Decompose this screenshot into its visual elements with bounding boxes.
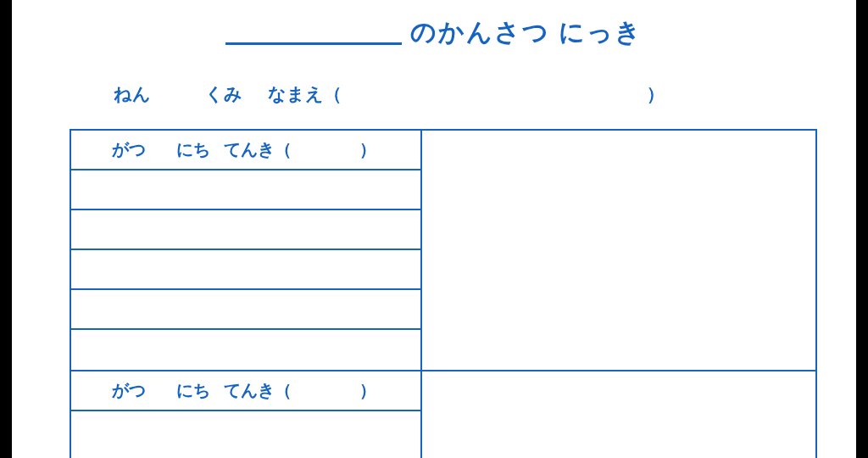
writing-line[interactable]	[71, 210, 420, 250]
writing-line[interactable]	[71, 411, 420, 458]
entry-drawing-area[interactable]	[422, 131, 815, 370]
writing-line[interactable]	[71, 290, 420, 330]
writing-line[interactable]	[71, 170, 420, 210]
title-row: のかんさつ にっき	[12, 0, 856, 50]
entry-date-row: がつ にち てんき （ ）	[71, 371, 420, 411]
entry-date-row: がつ にち てんき （ ）	[71, 131, 420, 170]
month-label: がつ	[112, 379, 146, 402]
entry-left-column: がつ にち てんき （ ）	[71, 371, 422, 458]
title-suffix: のかんさつ にっき	[410, 15, 643, 50]
weather-open-paren: （	[275, 379, 292, 402]
entry-drawing-area[interactable]	[422, 371, 815, 458]
name-open-paren: （	[324, 82, 342, 106]
title-blank-underline[interactable]	[225, 42, 402, 45]
student-info-row: ねん くみ なまえ （ ）	[12, 50, 856, 125]
entry-block: がつ にち てんき （ ）	[71, 371, 815, 458]
name-label: なまえ	[268, 82, 324, 106]
weather-open-paren: （	[275, 138, 292, 161]
class-label: くみ	[205, 82, 242, 106]
weather-label: てんき	[224, 379, 275, 402]
writing-line[interactable]	[71, 250, 420, 290]
month-label: がつ	[112, 138, 146, 161]
entry-block: がつ にち てんき （ ）	[71, 131, 815, 371]
weather-close-paren: ）	[359, 379, 376, 402]
writing-line[interactable]	[71, 330, 420, 370]
day-label: にち	[176, 379, 210, 402]
weather-label: てんき	[224, 138, 275, 161]
weather-close-paren: ）	[359, 138, 376, 161]
entry-left-column: がつ にち てんき （ ）	[71, 131, 422, 370]
day-label: にち	[176, 138, 210, 161]
entries-grid: がつ にち てんき （ ） がつ	[70, 129, 817, 458]
name-close-paren: ）	[647, 82, 665, 106]
year-label: ねん	[114, 82, 151, 106]
worksheet-page: のかんさつ にっき ねん くみ なまえ （ ） がつ にち てんき （ ）	[12, 0, 856, 458]
